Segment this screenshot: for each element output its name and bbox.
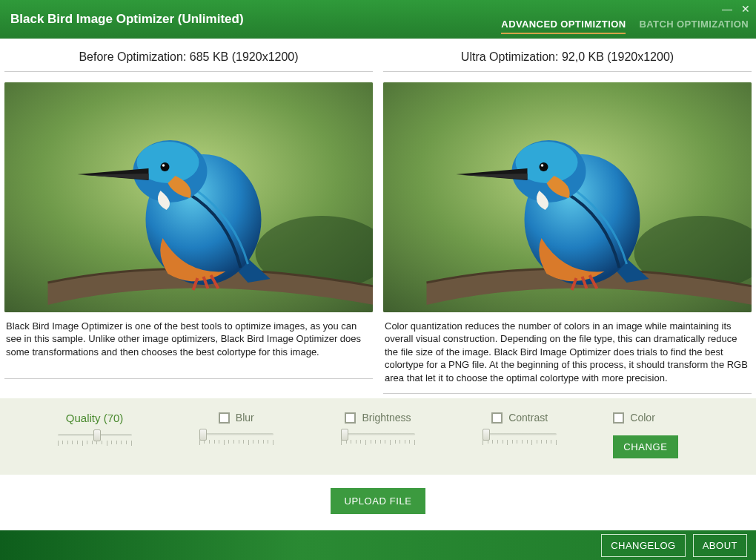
- after-image: [383, 82, 752, 312]
- changelog-button[interactable]: CHANGELOG: [601, 534, 686, 557]
- before-column: Before Optimization: 685 KB (1920x1200): [4, 46, 373, 395]
- change-button[interactable]: CHANGE: [613, 435, 677, 458]
- color-label: Color: [630, 412, 654, 424]
- contrast-checkbox[interactable]: [491, 412, 503, 424]
- app-header: — ✕ Black Bird Image Optimizer (Unlimite…: [0, 0, 756, 39]
- before-image: [4, 82, 373, 312]
- blur-label: Blur: [236, 412, 254, 424]
- svg-point-12: [540, 162, 548, 171]
- svg-point-6: [162, 164, 165, 167]
- contrast-label: Contrast: [508, 412, 548, 424]
- blur-checkbox[interactable]: [219, 412, 230, 424]
- upload-file-button[interactable]: UPLOAD FILE: [331, 488, 425, 514]
- brightness-label: Brightness: [362, 412, 411, 424]
- brightness-checkbox[interactable]: [345, 412, 356, 424]
- svg-point-5: [161, 162, 170, 171]
- before-title: Before Optimization: 685 KB (1920x1200): [4, 46, 373, 72]
- before-description: Black Bird Image Optimizer is one of the…: [4, 312, 373, 379]
- contrast-control: Contrast: [471, 412, 568, 444]
- quality-slider[interactable]: [58, 432, 132, 445]
- color-checkbox[interactable]: [613, 412, 624, 424]
- window-controls: — ✕: [722, 3, 750, 15]
- blur-slider[interactable]: [199, 431, 273, 444]
- comparison-panel: Before Optimization: 685 KB (1920x1200): [0, 39, 756, 395]
- svg-point-13: [541, 164, 544, 167]
- about-button[interactable]: ABOUT: [693, 534, 747, 557]
- quality-label: Quality (70): [66, 412, 124, 424]
- quality-control: Quality (70): [47, 412, 143, 445]
- brightness-control: Brightness: [330, 412, 426, 444]
- footer: CHANGELOG ABOUT: [0, 530, 756, 560]
- minimize-icon[interactable]: —: [722, 3, 732, 15]
- color-control: Color CHANGE: [613, 412, 709, 458]
- after-column: Ultra Optimization: 92,0 KB (1920x1200): [383, 46, 752, 395]
- blur-control: Blur: [188, 412, 285, 444]
- header-tabs: ADVANCED OPTIMIZTION BATCH OPTIMIZATION: [501, 19, 749, 34]
- brightness-slider[interactable]: [341, 431, 415, 444]
- after-title: Ultra Optimization: 92,0 KB (1920x1200): [383, 46, 752, 72]
- app-title: Black Bird Image Optimizer (Unlimited): [0, 12, 244, 27]
- tab-batch-optimization[interactable]: BATCH OPTIMIZATION: [639, 19, 749, 34]
- upload-row: UPLOAD FILE: [0, 475, 756, 530]
- contrast-slider[interactable]: [483, 431, 557, 444]
- close-icon[interactable]: ✕: [741, 3, 750, 15]
- controls-panel: Quality (70) Blur Brightness: [0, 398, 756, 475]
- after-description: Color quantization reduces the number of…: [383, 312, 752, 395]
- tab-advanced-optimization[interactable]: ADVANCED OPTIMIZTION: [501, 19, 626, 34]
